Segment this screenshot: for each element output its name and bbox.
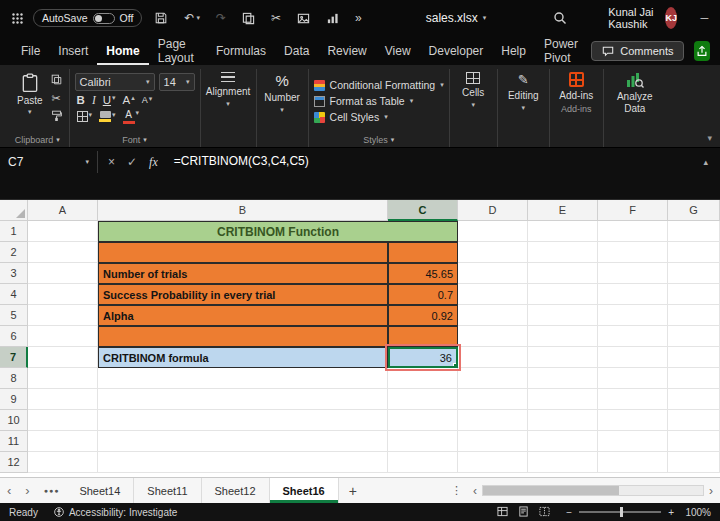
cell-C6[interactable]	[388, 326, 458, 347]
italic-button[interactable]: I	[92, 94, 96, 106]
cell-C7[interactable]: 36	[388, 347, 458, 368]
cell-D6[interactable]	[458, 326, 528, 347]
zoom-out-button[interactable]: −	[566, 507, 572, 518]
borders-button[interactable]: ▾	[77, 111, 93, 122]
cell-G6[interactable]	[668, 326, 720, 347]
zoom-slider[interactable]	[579, 511, 661, 513]
font-color-button[interactable]: A▾	[123, 109, 140, 124]
cell-B5[interactable]: Alpha	[98, 305, 388, 326]
account-info[interactable]: Kunal Jai Kaushik KJ	[608, 6, 677, 30]
cell-A4[interactable]	[28, 284, 98, 305]
picture-icon[interactable]	[293, 9, 314, 28]
cell-E12[interactable]	[528, 452, 598, 473]
zoom-level[interactable]: 100%	[681, 507, 711, 518]
qat-overflow-icon[interactable]: »	[351, 8, 366, 28]
cell-E5[interactable]	[528, 305, 598, 326]
format-as-table-button[interactable]: Format as Table ▾	[314, 95, 444, 107]
cell-F12[interactable]	[598, 452, 668, 473]
column-header-F[interactable]: F	[598, 200, 668, 221]
row-header-10[interactable]: 10	[0, 410, 28, 431]
cell-C10[interactable]	[388, 410, 458, 431]
status-ready[interactable]: Ready	[9, 507, 38, 518]
column-header-D[interactable]: D	[458, 200, 528, 221]
column-header-E[interactable]: E	[528, 200, 598, 221]
scrollbar-thumb[interactable]	[483, 486, 619, 495]
addins-button[interactable]: Add-ins	[555, 70, 598, 101]
bold-button[interactable]: B	[77, 94, 85, 106]
cell-E7[interactable]	[528, 347, 598, 368]
cell-B4[interactable]: Success Probability in every trial	[98, 284, 388, 305]
column-header-G[interactable]: G	[668, 200, 720, 221]
tab-view[interactable]: View	[376, 36, 420, 65]
cell-B6[interactable]	[98, 326, 388, 347]
cell-A6[interactable]	[28, 326, 98, 347]
formula-bar-expand-icon[interactable]: ▴	[691, 151, 720, 173]
sheet-nav-left-icon[interactable]: ‹	[0, 478, 18, 503]
collapse-ribbon-icon[interactable]: ▾	[707, 133, 712, 143]
font-dialog-launcher-icon[interactable]: ▾	[143, 136, 147, 144]
name-box[interactable]: C7 ▾	[0, 151, 98, 173]
tab-formulas[interactable]: Formulas	[207, 36, 275, 65]
cell-E2[interactable]	[528, 242, 598, 263]
increase-font-button[interactable]: A▴	[123, 94, 135, 106]
cell-G3[interactable]	[668, 263, 720, 284]
tab-page-layout[interactable]: Page Layout	[149, 36, 207, 65]
cell-C4[interactable]: 0.7	[388, 284, 458, 305]
cell-G10[interactable]	[668, 410, 720, 431]
column-header-B[interactable]: B	[98, 200, 388, 221]
cell-G1[interactable]	[668, 221, 720, 242]
new-sheet-button[interactable]: +	[339, 478, 367, 503]
insert-function-icon[interactable]: fx	[149, 155, 158, 170]
scroll-right-icon[interactable]: ›	[706, 484, 716, 498]
cell-C9[interactable]	[388, 389, 458, 410]
tab-file[interactable]: File	[12, 36, 49, 65]
cell-B9[interactable]	[98, 389, 388, 410]
tab-developer[interactable]: Developer	[420, 36, 493, 65]
cell-C5[interactable]: 0.92	[388, 305, 458, 326]
sheet-tab-sheet16[interactable]: Sheet16	[270, 478, 339, 503]
cell-G12[interactable]	[668, 452, 720, 473]
cell-B1[interactable]: CRITBINOM Function	[98, 221, 458, 242]
cell-C8[interactable]	[388, 368, 458, 389]
sheet-options-icon[interactable]: ⋮	[443, 478, 470, 503]
cell-F5[interactable]	[598, 305, 668, 326]
font-name-select[interactable]: Calibri ▾	[75, 73, 155, 91]
cell-F1[interactable]	[598, 221, 668, 242]
cell-D7[interactable]	[458, 347, 528, 368]
cell-E11[interactable]	[528, 431, 598, 452]
cell-E10[interactable]	[528, 410, 598, 431]
cell-C2[interactable]	[388, 242, 458, 263]
row-header-12[interactable]: 12	[0, 452, 28, 473]
tab-insert[interactable]: Insert	[49, 36, 97, 65]
save-icon[interactable]	[150, 8, 172, 28]
cell-E3[interactable]	[528, 263, 598, 284]
cell-D5[interactable]	[458, 305, 528, 326]
cell-E6[interactable]	[528, 326, 598, 347]
cell-B10[interactable]	[98, 410, 388, 431]
cell-G4[interactable]	[668, 284, 720, 305]
cell-D9[interactable]	[458, 389, 528, 410]
cell-B8[interactable]	[98, 368, 388, 389]
cell-G9[interactable]	[668, 389, 720, 410]
chart-icon[interactable]	[322, 9, 343, 28]
row-header-1[interactable]: 1	[0, 221, 28, 242]
clipboard-dialog-launcher-icon[interactable]: ▾	[56, 136, 60, 144]
row-header-4[interactable]: 4	[0, 284, 28, 305]
cell-G11[interactable]	[668, 431, 720, 452]
search-icon[interactable]	[550, 8, 570, 28]
cell-D2[interactable]	[458, 242, 528, 263]
page-break-view-icon[interactable]	[539, 506, 550, 519]
cell-A11[interactable]	[28, 431, 98, 452]
cell-G2[interactable]	[668, 242, 720, 263]
row-header-2[interactable]: 2	[0, 242, 28, 263]
autosave-toggle[interactable]: AutoSave Off	[33, 9, 142, 27]
underline-button[interactable]: U▾	[103, 94, 116, 106]
accessibility-status[interactable]: Accessibility: Investigate	[54, 507, 177, 518]
scroll-left-icon[interactable]: ‹	[470, 484, 480, 498]
font-size-select[interactable]: 14 ▾	[159, 73, 195, 91]
page-layout-view-icon[interactable]	[518, 506, 529, 519]
document-title[interactable]: sales.xlsx ▾	[426, 11, 487, 25]
minimize-button[interactable]: ─	[685, 0, 720, 36]
cell-F7[interactable]	[598, 347, 668, 368]
formula-input[interactable]: =CRITBINOM(C3,C4,C5)	[168, 151, 692, 171]
